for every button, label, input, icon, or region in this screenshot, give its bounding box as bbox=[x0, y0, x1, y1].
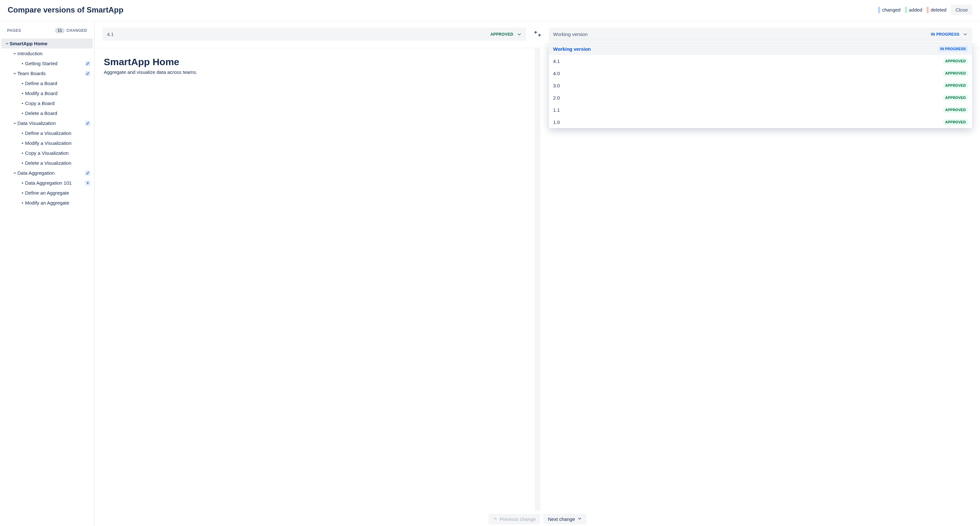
version-option[interactable]: 2.0APPROVED bbox=[549, 92, 973, 104]
bullet-icon: • bbox=[20, 91, 25, 96]
tree-row[interactable]: •Modify a Visualization bbox=[1, 138, 93, 148]
version-option[interactable]: 4.1APPROVED bbox=[549, 55, 973, 67]
close-button[interactable]: Close bbox=[951, 5, 972, 15]
tree-row[interactable]: •Data Aggregation 101+ bbox=[1, 178, 93, 188]
bullet-icon: • bbox=[20, 180, 25, 186]
header-right: changed added deleted Close bbox=[878, 5, 972, 15]
add-badge: + bbox=[85, 181, 90, 186]
tree-row[interactable]: •Getting Started bbox=[1, 59, 93, 68]
edit-badge bbox=[85, 71, 90, 76]
left-version-select[interactable]: 4.1 APPROVED bbox=[102, 28, 526, 41]
page-tree: SmartApp HomeIntroduction•Getting Starte… bbox=[0, 37, 94, 208]
version-option-status: APPROVED bbox=[943, 107, 968, 113]
legend-deleted-swatch bbox=[927, 7, 929, 13]
left-pane: SmartApp Home Aggregate and visualize da… bbox=[95, 48, 541, 526]
version-option-status: APPROVED bbox=[943, 58, 968, 64]
swap-versions-button[interactable] bbox=[533, 30, 542, 39]
tree-row-label: Delete a Board bbox=[25, 110, 90, 116]
tree-row-label: Modify a Visualization bbox=[25, 140, 90, 146]
left-version-label: 4.1 bbox=[107, 32, 114, 37]
version-option-label: 1.1 bbox=[553, 107, 560, 113]
version-option-status: APPROVED bbox=[943, 95, 968, 100]
right-version-label: Working version bbox=[553, 32, 588, 37]
changed-label: CHANGED bbox=[67, 28, 87, 33]
diff-legend: changed added deleted bbox=[878, 7, 947, 13]
tree-row[interactable]: •Modify a Board bbox=[1, 88, 93, 98]
tree-row-label: Modify a Board bbox=[25, 91, 90, 96]
bullet-icon: • bbox=[20, 190, 25, 195]
page-title: Compare versions of SmartApp bbox=[8, 5, 123, 14]
bullet-icon: • bbox=[20, 110, 25, 116]
version-option-label: 4.1 bbox=[553, 59, 560, 64]
right-version-select[interactable]: Working version IN PROGRESS Working vers… bbox=[549, 28, 973, 41]
tree-row[interactable]: •Copy a Visualization bbox=[1, 148, 93, 158]
bullet-icon: • bbox=[20, 81, 25, 86]
tree-row-label: Define an Aggregate bbox=[25, 190, 90, 195]
bullet-icon: • bbox=[20, 100, 25, 106]
tree-row[interactable]: Data Visualization bbox=[1, 118, 93, 128]
version-option-label: 4.0 bbox=[553, 71, 560, 76]
version-option-label: 3.0 bbox=[553, 83, 560, 88]
tree-row-label: Copy a Visualization bbox=[25, 150, 90, 156]
tree-row[interactable]: •Delete a Visualization bbox=[1, 158, 93, 168]
tree-row[interactable]: SmartApp Home bbox=[1, 38, 93, 48]
previous-change-button[interactable]: Previous change bbox=[488, 514, 541, 524]
version-option-label: Working version bbox=[553, 46, 591, 52]
tree-row[interactable]: Data Aggregation bbox=[1, 168, 93, 178]
next-change-button[interactable]: Next change bbox=[543, 514, 586, 524]
bullet-icon: • bbox=[20, 160, 25, 166]
tree-row-label: Modify an Aggregate bbox=[25, 200, 90, 205]
bullet-icon: • bbox=[20, 200, 25, 205]
chevron-down-icon[interactable] bbox=[12, 171, 18, 175]
tree-row-label: Data Aggregation 101 bbox=[25, 180, 84, 186]
version-option-status: IN PROGRESS bbox=[938, 46, 968, 52]
tree-row[interactable]: •Define a Board bbox=[1, 78, 93, 88]
edit-badge bbox=[85, 121, 90, 126]
chevron-down-icon[interactable] bbox=[12, 72, 18, 75]
chevron-down-icon bbox=[517, 32, 522, 37]
tree-row[interactable]: •Define an Aggregate bbox=[1, 188, 93, 198]
previous-change-label: Previous change bbox=[500, 516, 536, 522]
version-selectors-row: 4.1 APPROVED Workin bbox=[95, 21, 980, 48]
tree-row-label: Data Aggregation bbox=[18, 170, 84, 176]
tree-row[interactable]: •Define a Visualization bbox=[1, 128, 93, 138]
tree-row[interactable]: •Modify an Aggregate bbox=[1, 198, 93, 208]
tree-row[interactable]: Team Boards bbox=[1, 68, 93, 78]
main: 4.1 APPROVED Workin bbox=[95, 21, 980, 526]
tree-row[interactable]: •Copy a Board bbox=[1, 98, 93, 108]
tree-row-label: Define a Board bbox=[25, 81, 90, 86]
tree-row[interactable]: •Delete a Board bbox=[1, 108, 93, 118]
tree-row-label: Team Boards bbox=[18, 71, 84, 76]
chevron-up-icon bbox=[493, 516, 497, 522]
chevron-down-icon[interactable] bbox=[12, 121, 18, 125]
version-option[interactable]: 1.0APPROVED bbox=[549, 116, 973, 128]
sidebar-header: PAGES 11 CHANGED bbox=[0, 21, 94, 37]
chevron-down-icon bbox=[578, 516, 582, 522]
tree-row-label: Introduction bbox=[18, 51, 90, 56]
chevron-down-icon bbox=[963, 32, 968, 37]
tree-row-label: Copy a Board bbox=[25, 100, 90, 106]
version-option[interactable]: Working versionIN PROGRESS bbox=[549, 43, 973, 55]
chevron-down-icon[interactable] bbox=[5, 42, 10, 46]
changed-count-pill: 11 bbox=[55, 28, 64, 33]
header: Compare versions of SmartApp changed add… bbox=[0, 0, 980, 21]
legend-changed: changed bbox=[878, 7, 900, 13]
tree-row-label: Data Visualization bbox=[18, 121, 84, 126]
bullet-icon: • bbox=[20, 61, 25, 66]
bullet-icon: • bbox=[20, 150, 25, 156]
bullet-icon: • bbox=[20, 130, 25, 136]
right-version-status: IN PROGRESS bbox=[931, 32, 959, 37]
version-option-status: APPROVED bbox=[943, 119, 968, 125]
legend-added-swatch bbox=[905, 7, 907, 13]
version-option[interactable]: 1.1APPROVED bbox=[549, 104, 973, 116]
version-option[interactable]: 4.0APPROVED bbox=[549, 67, 973, 79]
bullet-icon: • bbox=[20, 140, 25, 146]
chevron-down-icon[interactable] bbox=[12, 52, 18, 56]
version-option[interactable]: 3.0APPROVED bbox=[549, 79, 973, 92]
legend-deleted: deleted bbox=[927, 7, 946, 13]
pages-label: PAGES bbox=[7, 28, 21, 33]
version-option-label: 2.0 bbox=[553, 95, 560, 100]
version-dropdown: Working versionIN PROGRESS4.1APPROVED4.0… bbox=[549, 43, 973, 128]
tree-row[interactable]: Introduction bbox=[1, 48, 93, 59]
version-option-status: APPROVED bbox=[943, 83, 968, 88]
